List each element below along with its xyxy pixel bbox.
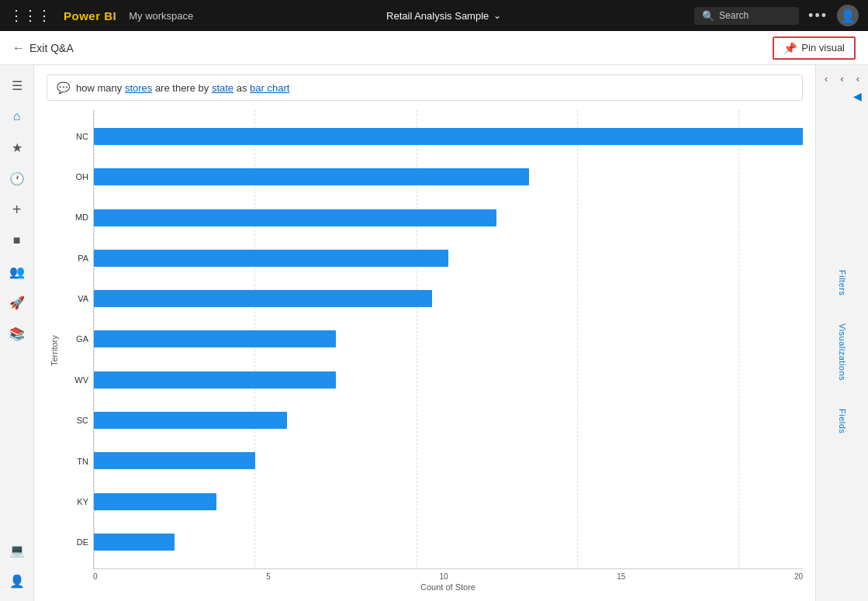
x-tick-0: 0 (93, 572, 98, 581)
main-layout: ☰ ⌂ ★ 🕐 + ■ 👥 🚀 📚 💻 👤 💬 how many stores … (0, 65, 868, 601)
sidebar-item-menu[interactable]: ☰ (3, 71, 31, 99)
bar-va[interactable] (94, 290, 432, 307)
panel-triangle-icon[interactable]: ◀ (853, 90, 862, 102)
bar-row-ky[interactable] (94, 491, 803, 513)
left-sidebar: ☰ ⌂ ★ 🕐 + ■ 👥 🚀 📚 💻 👤 (0, 65, 34, 601)
bars-grid (93, 110, 803, 569)
sidebar-item-apps[interactable]: ■ (3, 226, 31, 254)
chart-inner: NCOHMDPAVAGAWVSCTNKYDE (65, 110, 803, 592)
sidebar-item-learn[interactable]: 🚀 (3, 288, 31, 316)
qa-link-stores[interactable]: stores (125, 82, 152, 94)
state-label-va: VA (65, 295, 93, 303)
report-title: Retail Analysis Sample ⌄ (202, 10, 685, 22)
x-tick-5: 5 (266, 572, 271, 581)
qa-input-bar[interactable]: 💬 how many stores are there by state as … (47, 74, 803, 101)
pin-icon: 📌 (783, 42, 797, 54)
bar-de[interactable] (94, 534, 175, 551)
x-tick-20: 20 (794, 572, 803, 581)
more-options-button[interactable]: ••• (808, 8, 828, 24)
bar-row-nc[interactable] (94, 126, 803, 147)
state-label-nc: NC (65, 133, 93, 141)
bar-row-sc[interactable] (94, 409, 803, 431)
state-label-sc: SC (65, 416, 93, 425)
x-tick-10: 10 (439, 572, 448, 581)
search-box[interactable]: 🔍 Search (694, 7, 799, 25)
x-tick-15: 15 (617, 572, 625, 581)
bar-tn[interactable] (94, 452, 255, 469)
state-label-ga: GA (65, 335, 93, 344)
sidebar-item-recent[interactable]: 🕐 (3, 164, 31, 192)
bars-wrapper (94, 110, 803, 568)
avatar[interactable]: 👤 (837, 5, 859, 26)
right-panel: ‹ ‹ ‹ ◀ Filters Visualizations Fields (815, 65, 868, 601)
chart-container: Territory NCOHMDPAVAGAWVSCTNKYDE (47, 110, 803, 592)
workspace-label[interactable]: My workspace (129, 10, 193, 22)
pin-visual-button[interactable]: 📌 Pin visual (773, 36, 856, 60)
bar-nc[interactable] (94, 128, 803, 145)
content-area: 💬 how many stores are there by state as … (34, 65, 815, 601)
panel-collapse-mid[interactable]: ‹ (835, 70, 849, 87)
sub-navigation: ← Exit Q&A 📌 Pin visual (0, 31, 868, 65)
sidebar-item-shared[interactable]: 👥 (3, 257, 31, 285)
bar-row-de[interactable] (94, 531, 803, 553)
bar-row-ga[interactable] (94, 328, 803, 350)
bar-row-tn[interactable] (94, 450, 803, 471)
bar-pa[interactable] (94, 250, 448, 267)
bar-row-oh[interactable] (94, 166, 803, 188)
y-axis-label: Territory (47, 110, 62, 592)
sidebar-item-create[interactable]: + (3, 195, 31, 223)
state-label-tn: TN (65, 458, 93, 466)
x-axis-ticks: 0 5 10 15 20 (65, 572, 803, 581)
tab-visualizations[interactable]: Visualizations (835, 317, 850, 387)
brand-logo: Power BI (64, 9, 116, 22)
bar-md[interactable] (94, 209, 496, 226)
right-panel-top: ‹ ‹ ‹ (816, 65, 868, 87)
state-label-ky: KY (65, 498, 93, 506)
sidebar-item-deployment[interactable]: 💻 (3, 536, 31, 564)
bar-ga[interactable] (94, 330, 336, 347)
bar-row-pa[interactable] (94, 247, 803, 269)
sidebar-item-profile[interactable]: 👤 (3, 567, 31, 595)
qa-icon: 💬 (57, 81, 70, 94)
bar-row-wv[interactable] (94, 369, 803, 391)
panel-collapse-right[interactable]: ‹ (851, 70, 865, 87)
tab-fields[interactable]: Fields (835, 402, 850, 440)
state-label-md: MD (65, 213, 93, 222)
bar-oh[interactable] (94, 168, 529, 185)
waffle-icon[interactable]: ⋮⋮⋮ (9, 7, 51, 24)
bar-row-va[interactable] (94, 288, 803, 309)
panel-tabs: Filters Visualizations Fields (816, 102, 868, 601)
bar-row-md[interactable] (94, 207, 803, 229)
state-label-de: DE (65, 538, 93, 547)
back-arrow-icon: ← (12, 41, 25, 55)
qa-link-state[interactable]: state (212, 82, 233, 94)
sidebar-item-favorites[interactable]: ★ (3, 133, 31, 161)
bars-area: NCOHMDPAVAGAWVSCTNKYDE (65, 110, 803, 569)
top-navigation: ⋮⋮⋮ Power BI My workspace Retail Analysi… (0, 0, 868, 31)
qa-link-barchart[interactable]: bar chart (250, 82, 289, 94)
bar-ky[interactable] (94, 493, 216, 510)
tab-filters[interactable]: Filters (835, 264, 850, 302)
state-label-wv: WV (65, 376, 93, 385)
state-labels: NCOHMDPAVAGAWVSCTNKYDE (65, 110, 93, 569)
x-axis-label: Count of Store (65, 582, 803, 592)
qa-text: how many stores are there by state as ba… (76, 82, 289, 94)
sidebar-item-home[interactable]: ⌂ (3, 102, 31, 130)
sidebar-item-workspaces[interactable]: 📚 (3, 319, 31, 347)
bar-wv[interactable] (94, 371, 336, 389)
bar-sc[interactable] (94, 412, 287, 429)
state-label-oh: OH (65, 173, 93, 181)
chevron-down-icon[interactable]: ⌄ (493, 10, 501, 21)
exit-qa-button[interactable]: ← Exit Q&A (12, 41, 74, 55)
panel-collapse-left[interactable]: ‹ (819, 70, 833, 87)
search-icon: 🔍 (702, 10, 714, 22)
state-label-pa: PA (65, 254, 93, 263)
